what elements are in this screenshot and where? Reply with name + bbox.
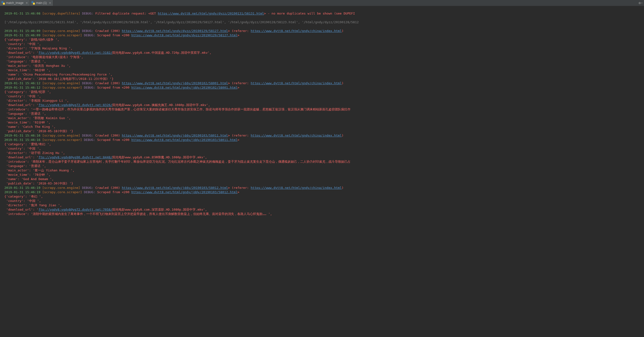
log-line: 2019-01-31 15:46:08 [scrapy.dupefilters]… <box>4 12 642 16</box>
dict-line: 'name': 'God And Demam ', <box>4 177 642 181</box>
dict-line: {'category': '剧情/犯罪 ', <box>4 90 642 94</box>
dict-line: 'director': '焦洋 Yang Jiao ', <box>4 203 642 208</box>
log-line-crawled: 2019-01-31 15:46:19 [scrapy.core.engine]… <box>4 186 642 190</box>
log-line-scraped: 2019-01-31 15:46:09 [scrapy.core.scraper… <box>4 33 642 38</box>
url-link[interactable]: https://www.dytt8.net/html/gndy/china/in… <box>251 29 342 33</box>
dict-line: 'country': '中国 ', <box>4 42 642 46</box>
console-output[interactable]: 2019-01-31 15:46:08 [scrapy.dupefilters]… <box>0 6 644 222</box>
ftp-link[interactable]: ftp://ygdy8:ygdy8@yg72.dydytt.net:8326/ <box>38 103 112 107</box>
dict-line: 'language': '普通话 ', <box>4 112 642 116</box>
dict-line-download-url: 'download_url': 'ftp://ygdy8:ygdy8@yg45.… <box>4 50 642 55</box>
dict-line-download-url: 'download_url': 'ftp://ygdy8:ygdy8@yg90.… <box>4 155 642 160</box>
tab-main-1[interactable]: main (1) ✕ <box>30 0 53 6</box>
python-file-icon <box>32 1 35 4</box>
url-link[interactable]: https://www.dytt8.net/html/gndy/china/in… <box>251 186 342 190</box>
editor-tab-bar: match_image ✕ main (1) ✕ ⚙▾ <box>0 0 644 6</box>
dict-line: 'country': '中国 ', <box>4 199 642 203</box>
dict-line: 'publish_date': '2018-05-18(中国) '} <box>4 129 642 134</box>
dict-line: 'name': 'Catch The King ', <box>4 125 642 129</box>
dict-line: 'publish_date': '2018-03-30(中国) '} <box>4 181 642 186</box>
dict-line: 'director': '胡子明 Ziming Hu ', <box>4 151 642 155</box>
dict-line: 'movie_time': '78分钟 ', <box>4 172 642 177</box>
url-link[interactable]: https://www.dytt8.net/html/gndy/dyzz/201… <box>122 29 228 33</box>
dict-line: 'introduce': '一带一路峰会即将召开，作为外宾重点参观的场所的天秀市… <box>4 107 642 112</box>
gear-icon: ⚙ <box>639 1 640 5</box>
dict-line-download-url: 'download_url': 'ftp://ygdy8:ygdy8@yg72.… <box>4 208 642 212</box>
ftp-link[interactable]: ftp://ygdy8:ygdy8@yg90.dydytt.net:8448/ <box>38 156 112 159</box>
dict-line: 'director': '李相国 Xiangguo Li ', <box>4 98 642 103</box>
dict-line: 'language': '普通话 ', <box>4 59 642 64</box>
url-link[interactable]: https://www.dytt8.net/html/gndy/dyzz/201… <box>158 12 264 15</box>
ftp-link[interactable]: ftp://ygdy8:ygdy8@yg45.dydytt.net:3182/ <box>38 51 112 54</box>
url-link[interactable]: https://www.dytt8.net/html/gndy/jddy/201… <box>122 81 228 85</box>
dict-line: 'main_actor': '郭凯敏 Kaimin Guo ', <box>4 116 642 120</box>
tab-options-button[interactable]: ⚙▾ <box>637 0 644 6</box>
log-line-scraped: 2019-01-31 15:46:16 [scrapy.core.scraper… <box>4 138 642 142</box>
dict-line: 'director': '宁海强 Haiqiang Ning ', <box>4 46 642 50</box>
dict-line: {'category': '奇幻 ', <box>4 194 642 199</box>
close-icon[interactable]: ✕ <box>26 2 28 4</box>
dict-line: 'movie_time': '96分钟 ', <box>4 68 642 72</box>
ftp-link[interactable]: ftp://ygdy8:ygdy8@yg72.dydytt.net:7058/ <box>38 208 112 211</box>
url-link[interactable]: https://www.dytt8.net/html/gndy/jddy/201… <box>131 138 237 142</box>
close-icon[interactable]: ✕ <box>49 2 51 4</box>
dict-line: 'name': 'China Peacekeeping Forces/Peace… <box>4 72 642 77</box>
dict-line: 'publish_date': '2018-06-18(上海电影节)/2018-… <box>4 77 642 81</box>
log-line-crawled: 2019-01-31 15:46:16 [scrapy.core.engine]… <box>4 134 642 138</box>
url-link[interactable]: https://www.dytt8.net/html/gndy/jddy/201… <box>131 190 237 194</box>
tab-match-image[interactable]: match_image ✕ <box>0 0 30 6</box>
url-link[interactable]: https://www.dytt8.net/html/gndy/china/in… <box>251 81 342 85</box>
log-line-scraped: 2019-01-31 15:46:19 [scrapy.core.scraper… <box>4 190 642 194</box>
log-line-scraped: 2019-01-31 15:46:12 [scrapy.core.scraper… <box>4 86 642 90</box>
chevron-down-icon: ▾ <box>641 2 642 4</box>
dict-line: 'introduce': '商朝末年，昆仑山弟子姜子牙巡逻仙家上古禁地时，失手打… <box>4 160 642 164</box>
tab-label: match_image <box>6 1 24 4</box>
url-link[interactable]: https://www.dytt8.net/html/gndy/jddy/201… <box>122 186 228 190</box>
log-line-crawled: 2019-01-31 15:46:09 [scrapy.core.engine]… <box>4 29 642 33</box>
dict-line: 'movie_time': '92分钟 ', <box>4 120 642 125</box>
dict-line: 'main_actor': '徐洪浩 Honghao Xu ', <box>4 64 642 68</box>
dict-line: 'language': '普通话 ', <box>4 164 642 168</box>
dict-line: 'country': '中国 ', <box>4 146 642 151</box>
dict-line: 'country': '中国 ', <box>4 94 642 98</box>
dict-line: {'category': '剧情/动作/战争 ', <box>4 38 642 42</box>
dict-line: {'category': '爱情/奇幻 ', <box>4 142 642 146</box>
dict-line: 'introduce': '清朝中期的紫禁城内发生了离奇事件，一个不明飞行物来到… <box>4 212 642 216</box>
python-file-icon <box>2 1 5 4</box>
dict-line-download-url: 'download_url': 'ftp://ygdy8:ygdy8@yg72.… <box>4 103 642 107</box>
dict-line: 'introduce': '电影频道传媒大奖(提名) 宁海强', <box>4 55 642 59</box>
dict-line: 'main_actor': '黄一山 Yishan Huang ', <box>4 168 642 172</box>
url-link[interactable]: https://www.dytt8.net/html/gndy/china/in… <box>251 134 342 137</box>
url-link[interactable]: https://www.dytt8.net/html/gndy/jddy/201… <box>122 134 228 137</box>
url-link[interactable]: https://www.dytt8.net/html/gndy/jddy/201… <box>131 86 237 89</box>
url-link[interactable]: https://www.dytt8.net/html/gndy/dyzz/201… <box>131 34 237 37</box>
tab-bar-spacer <box>53 0 637 6</box>
tab-label: main (1) <box>36 1 47 4</box>
log-line: ['/html/gndy/dyzz/20190131/58131.html', … <box>4 20 642 24</box>
log-line-crawled: 2019-01-31 15:46:12 [scrapy.core.engine]… <box>4 81 642 86</box>
